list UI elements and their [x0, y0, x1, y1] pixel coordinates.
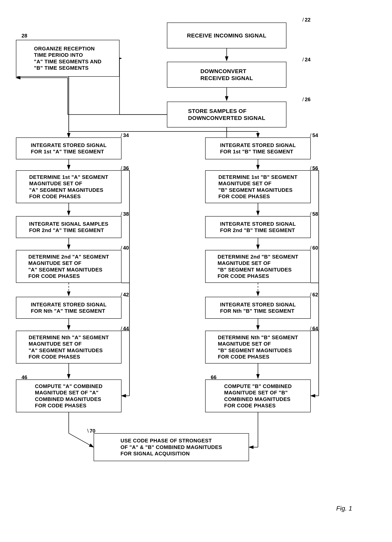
svg-text:/: /	[302, 17, 304, 23]
box-integrate-a1: INTEGRATE STORED SIGNALFOR 1st "A" TIME …	[16, 137, 121, 159]
diagram-container: 22 24 26 28 34 36 38 40 42 46 44 54 56 5…	[0, 0, 392, 542]
box-determine-bN: DETERMINE Nth "B" SEGMENTMAGNITUDE SET O…	[205, 331, 311, 363]
svg-text:62: 62	[312, 292, 318, 298]
box-determine-aN: DETERMINE Nth "A" SEGMENTMAGNITUDE SET O…	[16, 331, 121, 363]
box-compute-a-combined: COMPUTE "A" COMBINEDMAGNITUDE SET OF "A"…	[16, 379, 121, 412]
svg-text:40: 40	[123, 245, 129, 251]
svg-text:70: 70	[90, 428, 95, 434]
svg-text:34: 34	[123, 132, 129, 138]
box-determine-b2: DETERMINE 2nd "B" SEGMENTMAGNITUDE SET O…	[205, 250, 311, 283]
svg-text:60: 60	[312, 245, 318, 251]
svg-text:24: 24	[305, 57, 310, 63]
svg-text:\: \	[87, 428, 89, 434]
svg-text:56: 56	[312, 165, 318, 171]
box-integrate-b1: INTEGRATE STORED SIGNALFOR 1st "B" TIME …	[205, 137, 311, 159]
svg-text:42: 42	[123, 292, 129, 298]
box-store-samples: STORE SAMPLES OFDOWNCONVERTED SIGNAL	[167, 102, 286, 127]
svg-text:28: 28	[22, 33, 27, 39]
box-determine-a2: DETERMINE 2nd "A" SEGMENTMAGNITUDE SET O…	[16, 250, 121, 283]
svg-text:22: 22	[305, 17, 310, 23]
svg-text:44: 44	[123, 325, 129, 331]
box-compute-b-combined: COMPUTE "B" COMBINEDMAGNITUDE SET OF "B"…	[205, 379, 311, 412]
svg-text:/: /	[302, 96, 304, 102]
svg-text:54: 54	[312, 132, 318, 138]
box-determine-b1: DETERMINE 1st "B" SEGMENTMAGNITUDE SET O…	[205, 170, 311, 203]
box-receive-incoming-signal: RECEIVE INCOMING SIGNAL	[167, 22, 286, 49]
box-integrate-aN: INTEGRATE STORED SIGNALFOR Nth "A" TIME …	[16, 297, 121, 319]
svg-line-40	[69, 433, 94, 447]
svg-text:/: /	[302, 57, 304, 63]
svg-text:64: 64	[312, 325, 318, 331]
box-use-code-phase: USE CODE PHASE OF STRONGESTOF "A" & "B" …	[94, 433, 249, 461]
figure-label: Fig. 1	[336, 505, 352, 512]
svg-text:38: 38	[123, 211, 129, 217]
box-downconvert: DOWNCONVERTRECEIVED SIGNAL	[167, 62, 286, 88]
box-organize-reception: ORGANIZE RECEPTIONTIME PERIOD INTO"A" TI…	[16, 40, 120, 77]
svg-text:58: 58	[312, 211, 318, 217]
box-integrate-bN: INTEGRATE STORED SIGNALFOR Nth "B" TIME …	[205, 297, 311, 319]
svg-text:36: 36	[123, 165, 129, 171]
box-determine-a1: DETERMINE 1st "A" SEGMENTMAGNITUDE SET O…	[16, 170, 121, 203]
box-integrate-a2: INTEGRATE SIGNAL SAMPLESFOR 2nd "A" TIME…	[16, 216, 121, 238]
svg-text:26: 26	[305, 96, 310, 102]
box-integrate-b2: INTEGRATE STORED SIGNALFOR 2nd "B" TIME …	[205, 216, 311, 238]
